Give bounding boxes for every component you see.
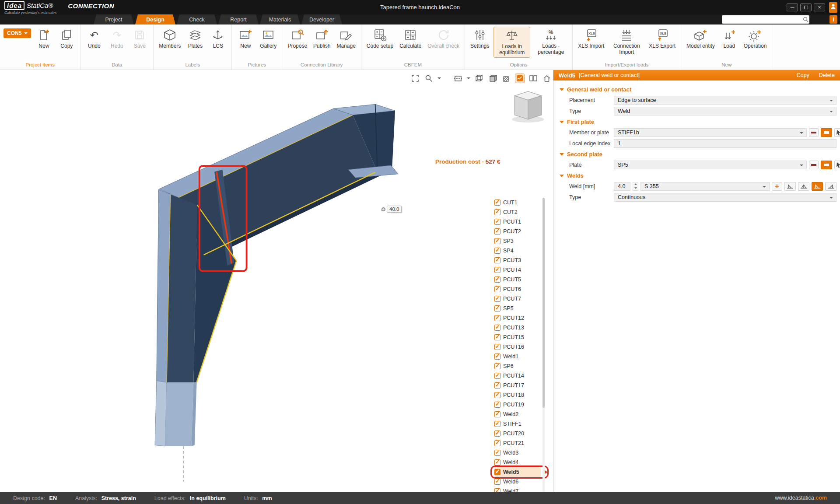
weld-symbol-left-button[interactable] <box>784 182 796 191</box>
tree-item-checkbox[interactable] <box>494 469 500 475</box>
tree-item[interactable]: PCUT20 <box>494 429 541 438</box>
propose-button[interactable]: Propose <box>286 27 309 51</box>
tree-item[interactable]: Weld6 <box>494 477 541 486</box>
results-view-icon[interactable] <box>515 74 525 83</box>
tree-item-checkbox[interactable] <box>494 440 500 446</box>
tree-item[interactable]: PCUT19 <box>494 400 541 410</box>
fullscreen-icon[interactable] <box>410 74 420 83</box>
tree-item[interactable]: PCUT15 <box>494 332 541 342</box>
section-general[interactable]: General weld or contact <box>553 84 840 94</box>
tree-item[interactable]: SP6 <box>494 361 541 371</box>
plate-dropdown[interactable]: SP5 <box>614 161 807 169</box>
tree-item-checkbox[interactable] <box>494 459 500 466</box>
weld-type-dropdown[interactable]: Continuous <box>614 193 836 202</box>
tree-item-checkbox[interactable] <box>494 402 500 408</box>
labels-members-button[interactable]: Members <box>157 27 182 51</box>
tab[interactable]: Project <box>94 14 134 24</box>
section-second-plate[interactable]: Second plate <box>553 149 840 159</box>
tree-item-checkbox[interactable] <box>494 286 500 292</box>
member-or-plate-dropdown[interactable]: STIFF1b <box>614 128 807 137</box>
tree-item-checkbox[interactable] <box>494 200 500 206</box>
tree-item-checkbox[interactable] <box>494 421 500 427</box>
tree-item[interactable]: CUT1 <box>494 198 541 207</box>
tree-scrollbar-thumb[interactable] <box>542 198 545 408</box>
tree-item[interactable]: Weld1 <box>494 352 541 361</box>
tree-item[interactable]: STIFF1 <box>494 419 541 429</box>
account-button[interactable] <box>829 2 837 13</box>
tree-item-checkbox[interactable] <box>494 219 500 225</box>
transparent-view-icon[interactable] <box>501 74 511 83</box>
tab[interactable]: Developer <box>301 14 342 24</box>
con5-selector[interactable]: CON5 <box>4 28 31 38</box>
section-welds[interactable]: Welds <box>553 170 840 181</box>
tree-item[interactable]: PCUT6 <box>494 284 541 294</box>
tree-item-checkbox[interactable] <box>494 363 500 369</box>
tree-item-checkbox[interactable] <box>494 267 500 273</box>
model-entity-button[interactable]: Model entity <box>685 27 717 51</box>
tree-item[interactable]: PCUT3 <box>494 256 541 265</box>
tree-item-checkbox[interactable] <box>494 296 500 302</box>
publish-button[interactable]: Publish <box>312 27 332 51</box>
weld-symbol-active-button[interactable] <box>812 182 823 191</box>
tree-item-checkbox[interactable] <box>494 392 500 398</box>
pick-in-scene-button[interactable] <box>834 161 840 169</box>
navigation-cube[interactable] <box>512 91 544 122</box>
solid-view-icon[interactable] <box>488 74 497 83</box>
redo-button[interactable]: ↷ Redo <box>107 27 127 51</box>
plate-highlight-button[interactable] <box>821 161 832 169</box>
settings-button[interactable]: Settings <box>469 27 491 51</box>
operation-button[interactable]: Operation <box>742 27 769 51</box>
tree-item[interactable]: Weld7 <box>494 486 541 492</box>
tree-item-checkbox[interactable] <box>494 479 500 485</box>
tree-item[interactable]: PCUT12 <box>494 313 541 323</box>
tree-item[interactable]: PCUT13 <box>494 323 541 332</box>
tab[interactable]: Materials <box>260 14 300 24</box>
tree-item-checkbox[interactable] <box>494 257 500 263</box>
section-view-icon[interactable] <box>453 74 463 83</box>
new-project-item-button[interactable]: New <box>34 27 54 51</box>
weld-or-contact-type-dropdown[interactable]: Weld <box>614 107 836 116</box>
tree-item[interactable]: PCUT14 <box>494 371 541 381</box>
tree-item[interactable]: PCUT21 <box>494 438 541 448</box>
close-button[interactable]: × <box>814 4 825 11</box>
tree-item-checkbox[interactable] <box>494 411 500 417</box>
tab[interactable]: Check <box>177 14 217 24</box>
manage-button[interactable]: Manage <box>335 27 357 51</box>
plate-highlight-button[interactable] <box>821 128 832 137</box>
picture-gallery-button[interactable]: Gallery <box>258 27 278 51</box>
tree-item[interactable]: PCUT18 <box>494 390 541 400</box>
maximize-button[interactable] <box>800 4 812 11</box>
section-dropdown-icon[interactable] <box>467 77 470 79</box>
tree-item-checkbox[interactable] <box>494 488 500 492</box>
tree-item[interactable]: PCUT2 <box>494 227 541 236</box>
home-view-icon[interactable] <box>542 74 552 83</box>
weld-material-dropdown[interactable]: S 355 <box>640 182 770 191</box>
delete-weld-button[interactable]: Delete <box>819 72 835 78</box>
xls-import-button[interactable]: XLS XLS Import <box>576 27 606 51</box>
tree-item-checkbox[interactable] <box>494 305 500 312</box>
tree-item[interactable]: SP3 <box>494 236 541 246</box>
help-button[interactable]: i <box>830 15 837 24</box>
tree-item[interactable]: Weld3 <box>494 448 541 458</box>
split-view-icon[interactable] <box>528 74 538 83</box>
local-edge-index-input[interactable]: 1 <box>614 139 836 148</box>
weld-symbol-both-button[interactable] <box>798 182 809 191</box>
minimize-button[interactable]: ─ <box>787 4 798 11</box>
pick-in-scene-button[interactable] <box>834 128 840 137</box>
search-icon[interactable] <box>802 17 809 22</box>
tree-item[interactable]: PCUT1 <box>494 217 541 227</box>
loads-in-equilibrium-button[interactable]: Loads in equilibrium <box>494 27 530 58</box>
tree-item[interactable]: PCUT7 <box>494 294 541 304</box>
website-link[interactable]: www.ideastatica.com <box>775 495 827 501</box>
calculate-button[interactable]: Calculate <box>398 27 423 51</box>
connection-import-button[interactable]: Connection Import <box>609 27 644 57</box>
tree-item-checkbox[interactable] <box>494 238 500 244</box>
tree-item[interactable]: PCUT5 <box>494 275 541 284</box>
tree-item-checkbox[interactable] <box>494 228 500 234</box>
code-setup-button[interactable]: Code setup <box>365 27 395 51</box>
dimension-tag-top[interactable]: 40.0 <box>382 206 402 213</box>
tree-item[interactable]: PCUT16 <box>494 342 541 352</box>
add-weld-button[interactable]: + <box>772 182 782 191</box>
copy-weld-button[interactable]: Copy <box>797 72 809 78</box>
tree-item[interactable]: PCUT17 <box>494 381 541 390</box>
